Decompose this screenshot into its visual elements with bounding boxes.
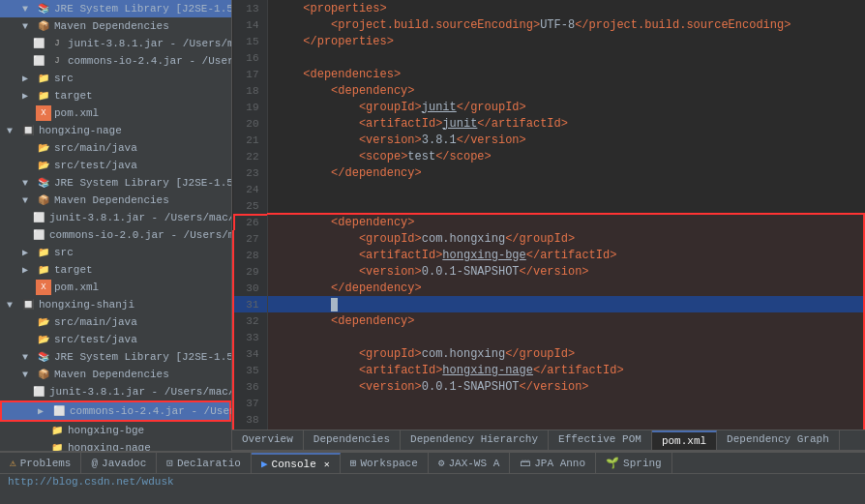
sidebar-item-junit-jar-3[interactable]: ⬜ junit-3.8.1.jar - /Users/mac/.m2/rep [0,383,231,400]
jar-icon: ⬜ [31,36,46,51]
line-row: 36 <version>0.0.1-SNAPSHOT</version> [233,378,864,395]
sidebar-item-jre-2[interactable]: ▼ 📚 JRE System Library [J2SE-1.5] [0,174,231,192]
line-code: <scope>test</scope> [267,148,864,164]
close-icon[interactable]: ✕ [324,459,330,470]
sidebar-item-src-test-1[interactable]: 📂 src/test/java [0,157,231,174]
sidebar-label: src [54,247,74,258]
javadoc-icon: @ [91,458,98,469]
sidebar-item-src-2[interactable]: ▶ 📁 src [0,244,231,261]
tab-dependencies[interactable]: Dependencies [304,430,401,450]
sidebar-item-proj-shanji[interactable]: ▼ 🔲 hongxing-shanji [0,296,231,313]
jar-sub-icon: J [49,53,65,69]
sidebar-item-maven-3[interactable]: ▼ 📦 Maven Dependencies [0,366,231,383]
arrow-down-icon: ▼ [17,18,33,34]
sidebar-item-jre-1[interactable]: ▼ 📚 JRE System Library [J2SE-1.5] [0,0,231,17]
src-icon: 📂 [36,140,51,156]
sidebar-item-nage[interactable]: 📁 hongxing-nage [0,439,231,451]
spring-icon: 🌱 [606,457,619,469]
sidebar-item-pom-2[interactable]: X pom.xml [0,279,231,296]
line-row: 25 [233,197,864,214]
sidebar-label: JRE System Library [J2SE-1.5] [54,3,232,15]
line-row: 23 </dependency> [233,164,864,181]
console-icon: ▶ [261,458,268,470]
line-row: 21 <version>3.8.1</version> [233,132,864,148]
code-table: 13 <properties> 14 <project.build.source… [232,0,865,430]
tab-dependency-graph[interactable]: Dependency Graph [717,430,840,450]
sidebar-item-commons-jar-2[interactable]: ⬜ commons-io-2.0.jar - /Users/mac/.r [0,226,231,244]
sidebar-item-jre-3[interactable]: ▼ 📚 JRE System Library [J2SE-1.5] [0,348,231,366]
sidebar-label: junit-3.8.1.jar - /Users/mac/.m2/rep [49,212,232,223]
spacer [17,105,33,121]
line-number: 26 [233,214,267,230]
sidebar-label: junit-3.8.1.jar - /Users/mac/.m2/rep [49,386,232,398]
tab-overview[interactable]: Overview [232,430,304,450]
sidebar-label: target [54,264,93,276]
line-code: <artifactId>hongxing-bge</artifactId> [267,247,864,263]
bottom-tab-label: JAX-WS A [448,458,499,469]
tab-pom-xml[interactable]: pom.xml [652,430,717,450]
arrow-down-icon: ▼ [17,349,33,365]
spacer [17,158,33,173]
lib-icon: 📦 [36,18,51,34]
folder-icon: 📁 [49,440,65,451]
sidebar-item-junit-jar-2[interactable]: ⬜ junit-3.8.1.jar - /Users/mac/.m2/rep [0,209,231,226]
tab-effective-pom[interactable]: Effective POM [549,430,652,450]
line-number: 32 [233,312,267,329]
bottom-tab-console[interactable]: ▶ Console ✕ [252,453,341,473]
sidebar-item-src-main-1[interactable]: 📂 src/main/java [0,139,231,157]
sidebar-item-proj-nage[interactable]: ▼ 🔲 hongxing-nage [0,122,231,139]
line-number: 13 [233,0,267,16]
folder-icon: 📁 [36,88,51,104]
line-code: <artifactId>junit</artifactId> [267,115,864,132]
jar-icon: ⬜ [31,227,46,243]
bottom-tab-declaration[interactable]: ⊡ Declaratio [157,453,252,473]
status-url: http://blog.csdn.net/wdusk [8,476,174,488]
sidebar-label: Maven Dependencies [54,194,169,206]
line-code: </properties> [267,33,864,49]
line-row: 20 <artifactId>junit</artifactId> [233,115,864,132]
line-number: 38 [233,411,267,428]
warning-icon: ⚠ [10,457,16,469]
bottom-tab-javadoc[interactable]: @ Javadoc [81,453,157,473]
sidebar-item-commons-jar-3[interactable]: ▶ ⬜ commons-io-2.4.jar - /Users/mac/ [0,400,231,422]
lib-icon: 📦 [36,193,51,208]
line-code: <groupId>junit</groupId> [267,99,864,115]
sidebar-item-src-1[interactable]: ▶ 📁 src [0,70,231,87]
lib-icon: 📦 [36,367,51,382]
bottom-content: http://blog.csdn.net/wdusk [0,474,865,504]
sidebar-item-commons-jar-1[interactable]: ⬜ J commons-io-2.4.jar - /Users/mac/.r [0,52,231,70]
sidebar-item-maven-2[interactable]: ▼ 📦 Maven Dependencies [0,192,231,209]
src-icon: 📂 [36,332,51,347]
bottom-tab-jpa[interactable]: 🗃 JPA Anno [510,453,596,473]
sidebar-item-src-main-2[interactable]: 📂 src/main/java [0,313,231,331]
line-code: <version>0.0.1-SNAPSHOT</version> [267,263,864,280]
line-code [267,296,864,312]
sidebar-item-src-test-2[interactable]: 📂 src/test/java [0,331,231,348]
sidebar-label: Maven Dependencies [54,369,169,380]
sidebar-label: src/test/java [54,160,137,171]
spacer [31,440,46,451]
line-row: 30 </dependency> [233,280,864,296]
tab-dependency-hierarchy[interactable]: Dependency Hierarchy [401,430,549,450]
sidebar-item-target-1[interactable]: ▶ 📁 target [0,87,231,104]
editor-content[interactable]: 13 <properties> 14 <project.build.source… [232,0,865,430]
spacer [17,280,33,295]
xml-icon: X [36,105,51,121]
sidebar-item-bge[interactable]: 📁 hongxing-bge [0,422,231,439]
bottom-tab-jaxws[interactable]: ⚙ JAX-WS A [429,453,510,473]
sidebar-item-target-2[interactable]: ▶ 📁 target [0,261,231,279]
line-number: 37 [233,395,267,411]
sidebar-item-pom-1[interactable]: X pom.xml [0,104,231,122]
line-row: 39 </dependency> [233,428,864,430]
bottom-tab-spring[interactable]: 🌱 Spring [596,453,672,473]
sidebar-label: hongxing-bge [68,425,144,436]
lib-icon: 📚 [36,175,51,191]
bottom-tab-problems[interactable]: ⚠ Problems [0,453,81,473]
bottom-tab-workspace[interactable]: ⊞ Workspace [341,453,429,473]
sidebar-label: commons-io-2.0.jar - /Users/mac/.r [49,229,232,241]
arrow-right-icon: ▶ [17,262,33,278]
line-row: 33 [233,329,864,345]
sidebar-item-junit-jar-1[interactable]: ⬜ J junit-3.8.1.jar - /Users/mac/.m2/rep [0,35,231,52]
sidebar-item-maven-1[interactable]: ▼ 📦 Maven Dependencies [0,17,231,35]
sidebar-label: src/main/java [54,142,137,154]
